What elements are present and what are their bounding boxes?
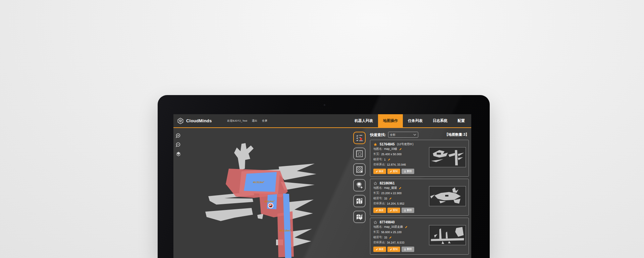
- brand-name: CloudMinds: [186, 118, 212, 123]
- chevron-down-icon: [413, 134, 416, 136]
- tool-area-measure[interactable]: [353, 147, 366, 160]
- map-size-value: 23.200 x 22.900: [381, 191, 401, 195]
- edit-floor-icon[interactable]: [389, 236, 392, 239]
- map-name-value: map_33层走廊: [384, 225, 403, 229]
- modify-button[interactable]: 修改: [373, 208, 386, 213]
- delete-button[interactable]: 删除: [401, 247, 414, 252]
- map-count-label: 【地图数量:3】: [445, 132, 469, 137]
- tool-map-upload[interactable]: [353, 211, 366, 223]
- map-name-value: map_腿腿: [384, 186, 397, 190]
- map-size-value: 25.400 x 50.000: [381, 153, 401, 156]
- map-card[interactable]: 82186961 地图名:map_腿腿: [370, 179, 469, 216]
- copy-button[interactable]: 复制: [387, 169, 400, 174]
- edit-map-name-icon[interactable]: [399, 148, 402, 150]
- session-info: 欢迎BJDT2_Test 退出 全屏: [227, 119, 267, 123]
- modify-button[interactable]: 修改: [373, 247, 386, 252]
- edit-floor-icon[interactable]: [388, 158, 390, 161]
- map-card[interactable]: 51764845 (12号使用中): [370, 140, 469, 177]
- tool-patrol-checklist-pin[interactable]: [353, 132, 366, 144]
- map-canvas[interactable]: 40.519m² 8.614m² 80.215m²: [173, 114, 355, 258]
- laptop-mockup: CloudMinds 欢迎BJDT2_Test 退出 全屏 机器人列表 地图操作…: [158, 95, 490, 258]
- map-marker-delete-icon: [356, 197, 363, 205]
- map-size-value: 56.600 x 25.100: [381, 230, 401, 234]
- map-thumbnail[interactable]: [429, 186, 466, 206]
- nav-item-map-operation[interactable]: 地图操作: [378, 114, 403, 128]
- layers-icon[interactable]: [175, 151, 181, 157]
- virtual-wall-add-icon: [356, 166, 363, 173]
- star-outline-icon[interactable]: [373, 181, 377, 185]
- map-id: 87749840: [380, 220, 395, 224]
- copy-button[interactable]: 复制: [387, 208, 400, 213]
- copy-button[interactable]: 复制: [387, 247, 400, 252]
- welcome-text: 欢迎BJDT2_Test: [227, 119, 247, 123]
- nav-item-robot-list[interactable]: 机器人列表: [350, 114, 378, 128]
- area-measure-icon: [356, 150, 363, 158]
- origin-value: 14.204, 5.952: [387, 202, 404, 205]
- edit-map-name-icon[interactable]: [405, 226, 408, 228]
- area-label-1: 40.519m²: [253, 181, 265, 184]
- floor-value: 33: [384, 197, 387, 200]
- map-card[interactable]: 87749840 地图名: [370, 218, 469, 255]
- app-screen: CloudMinds 欢迎BJDT2_Test 退出 全屏 机器人列表 地图操作…: [173, 114, 471, 258]
- map-id: 82186961: [380, 181, 395, 185]
- origin-value: 12.874, 33.946: [387, 163, 406, 166]
- floor-value: 1: [384, 158, 386, 161]
- area-label-2: 8.614m²: [265, 200, 275, 203]
- area-label-3: 80.215m²: [279, 229, 291, 232]
- nav-item-log-system[interactable]: 日志系统: [428, 114, 452, 128]
- map-upload-icon: [356, 213, 363, 221]
- floor-value: 33: [384, 236, 387, 239]
- origin-value: 34.247, 8.533: [387, 241, 404, 244]
- map-in-use-tag: (12号使用中): [397, 142, 414, 146]
- map-list-panel: 快速查找: 全部 【地图数量:3】 51764845 (12号使用中): [370, 132, 469, 255]
- robot-marker[interactable]: [268, 203, 273, 208]
- filter-select-value: 全部: [390, 133, 395, 137]
- nav-item-task-list[interactable]: 任务列表: [403, 114, 428, 128]
- modify-button[interactable]: 修改: [373, 169, 386, 174]
- delete-button[interactable]: 删除: [401, 208, 414, 213]
- zoom-in-icon[interactable]: [175, 133, 181, 139]
- webcam-dot: [324, 104, 325, 106]
- map-thumbnail[interactable]: [429, 147, 466, 167]
- star-filled-icon[interactable]: [373, 142, 377, 146]
- nav-menu: 机器人列表 地图操作 任务列表 日志系统 配置: [350, 114, 471, 128]
- cloudminds-logo-icon: [177, 118, 184, 124]
- edit-floor-icon[interactable]: [389, 197, 392, 200]
- patrol-checklist-pin-icon: [356, 134, 363, 142]
- map-id: 51764845: [380, 142, 395, 146]
- nav-item-config[interactable]: 配置: [452, 114, 470, 128]
- tool-map-marker-delete[interactable]: [353, 195, 366, 207]
- map-toolbar: [353, 132, 366, 223]
- map-name-value: map_33楼: [384, 147, 397, 151]
- star-outline-icon[interactable]: [373, 220, 377, 224]
- tool-virtual-wall-add[interactable]: [353, 163, 366, 176]
- logout-link[interactable]: 退出: [252, 119, 257, 123]
- brand: CloudMinds: [177, 118, 212, 124]
- delete-button[interactable]: 删除: [401, 169, 414, 174]
- quick-search-label: 快速查找:: [370, 132, 386, 137]
- map-thumbnail[interactable]: [429, 225, 466, 245]
- point-add-icon: [356, 181, 363, 189]
- fullscreen-link[interactable]: 全屏: [262, 119, 267, 123]
- zoom-out-icon[interactable]: [175, 142, 181, 148]
- panel-header: 快速查找: 全部 【地图数量:3】: [370, 132, 469, 138]
- map-zoom-controls: [175, 133, 181, 157]
- tool-point-add[interactable]: [353, 179, 366, 191]
- top-navbar: CloudMinds 欢迎BJDT2_Test 退出 全屏 机器人列表 地图操作…: [173, 114, 471, 128]
- filter-select[interactable]: 全部: [388, 132, 418, 138]
- edit-map-name-icon[interactable]: [399, 187, 401, 189]
